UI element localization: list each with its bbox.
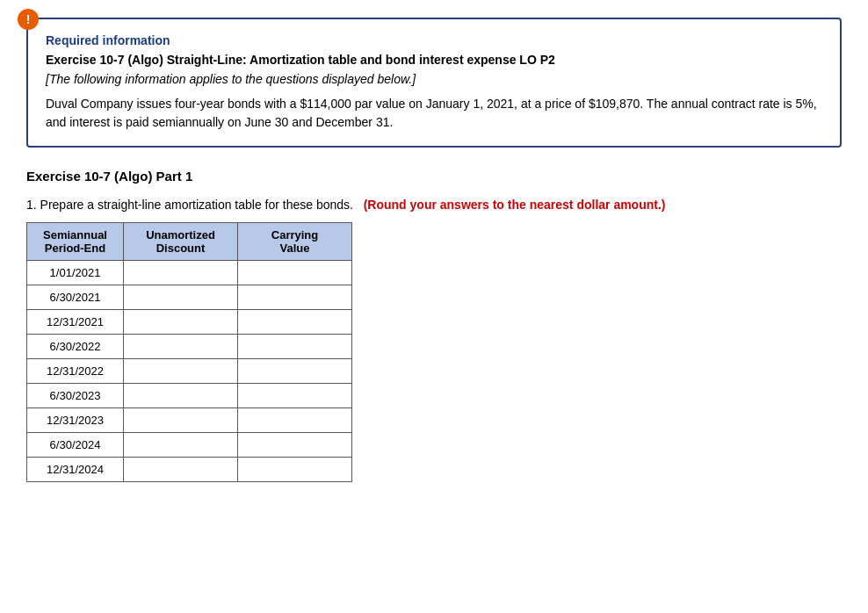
table-row: 6/30/2022 bbox=[27, 335, 352, 359]
question-text: Prepare a straight-line amortization tab… bbox=[40, 198, 353, 212]
unamortized-discount-cell[interactable] bbox=[124, 384, 238, 408]
col-header-period: SemiannualPeriod-End bbox=[27, 223, 124, 261]
carrying-value-cell[interactable] bbox=[238, 384, 352, 408]
exercise-title: Exercise 10-7 (Algo) Straight-Line: Amor… bbox=[46, 53, 822, 67]
col-header-unamortized: UnamortizedDiscount bbox=[124, 223, 238, 261]
rounding-note: (Round your answers to the nearest dolla… bbox=[364, 198, 666, 212]
table-row: 6/30/2021 bbox=[27, 285, 352, 310]
italic-note: [The following information applies to th… bbox=[46, 72, 822, 86]
description-text: Duval Company issues four-year bonds wit… bbox=[46, 95, 822, 132]
warning-icon: ! bbox=[18, 9, 39, 30]
unamortized-discount-cell[interactable] bbox=[124, 335, 238, 359]
date-cell: 12/31/2023 bbox=[27, 408, 124, 433]
date-cell: 12/31/2022 bbox=[27, 359, 124, 384]
unamortized-discount-cell[interactable] bbox=[124, 285, 238, 310]
question-number: 1. bbox=[26, 198, 37, 212]
date-cell: 6/30/2023 bbox=[27, 384, 124, 408]
carrying-value-cell[interactable] bbox=[238, 335, 352, 359]
table-row: 12/31/2023 bbox=[27, 408, 352, 433]
carrying-value-cell[interactable] bbox=[238, 359, 352, 384]
amortization-table: SemiannualPeriod-End UnamortizedDiscount… bbox=[26, 222, 352, 482]
table-row: 12/31/2022 bbox=[27, 359, 352, 384]
table-row: 6/30/2023 bbox=[27, 384, 352, 408]
unamortized-discount-cell[interactable] bbox=[124, 261, 238, 285]
table-row: 6/30/2024 bbox=[27, 433, 352, 458]
question-label: 1. Prepare a straight-line amortization … bbox=[26, 198, 842, 212]
unamortized-discount-cell[interactable] bbox=[124, 408, 238, 433]
unamortized-discount-cell[interactable] bbox=[124, 433, 238, 458]
carrying-value-cell[interactable] bbox=[238, 433, 352, 458]
carrying-value-cell[interactable] bbox=[238, 458, 352, 482]
date-cell: 12/31/2024 bbox=[27, 458, 124, 482]
unamortized-discount-cell[interactable] bbox=[124, 458, 238, 482]
section-title: Exercise 10-7 (Algo) Part 1 bbox=[26, 169, 842, 184]
date-cell: 6/30/2024 bbox=[27, 433, 124, 458]
table-row: 1/01/2021 bbox=[27, 261, 352, 285]
unamortized-discount-cell[interactable] bbox=[124, 359, 238, 384]
date-cell: 6/30/2022 bbox=[27, 335, 124, 359]
date-cell: 1/01/2021 bbox=[27, 261, 124, 285]
col-header-carrying: CarryingValue bbox=[238, 223, 352, 261]
table-row: 12/31/2021 bbox=[27, 310, 352, 335]
info-box: ! Required information Exercise 10-7 (Al… bbox=[26, 18, 842, 148]
date-cell: 12/31/2021 bbox=[27, 310, 124, 335]
unamortized-discount-cell[interactable] bbox=[124, 310, 238, 335]
table-row: 12/31/2024 bbox=[27, 458, 352, 482]
carrying-value-cell[interactable] bbox=[238, 285, 352, 310]
carrying-value-cell[interactable] bbox=[238, 408, 352, 433]
required-info-label: Required information bbox=[46, 33, 822, 47]
carrying-value-cell[interactable] bbox=[238, 261, 352, 285]
date-cell: 6/30/2021 bbox=[27, 285, 124, 310]
carrying-value-cell[interactable] bbox=[238, 310, 352, 335]
